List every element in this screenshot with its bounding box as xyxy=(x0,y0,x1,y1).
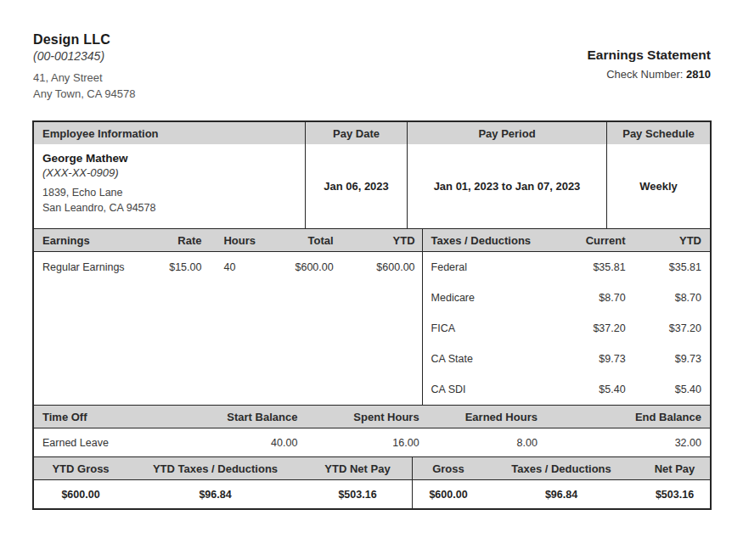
netpay-header: Net Pay xyxy=(639,462,711,475)
total-col-header: Total xyxy=(274,234,341,247)
summary-header-row: YTD Gross YTD Taxes / Deductions YTD Net… xyxy=(34,456,710,479)
company-address: 41, Any Street Any Town, CA 94578 xyxy=(33,70,135,103)
tax-row-name: CA SDI xyxy=(423,384,552,395)
earnings-statement-page: { "theme": { "header_gray": "#d4d4d4", "… xyxy=(0,0,743,560)
timeoff-header-row: Time Off Start Balance Spent Hours Earne… xyxy=(34,405,710,428)
end-balance-col-header: End Balance xyxy=(544,411,710,423)
taxes-pane: Taxes / Deductions Current YTD Federal $… xyxy=(422,229,710,405)
timeoff-row-start: 40.00 xyxy=(169,437,304,449)
tax-row-ytd: $9.73 xyxy=(633,353,710,365)
earnings-row-name: Regular Earnings xyxy=(34,261,131,273)
timeoff-row: Earned Leave 40.00 16.00 8.00 32.00 xyxy=(34,428,710,456)
earnings-pane: Earnings Rate Hours Total YTD Regular Ea… xyxy=(34,229,422,405)
tax-row: CA State $9.73 $9.73 xyxy=(423,344,710,374)
employee-address-line2: San Leandro, CA 94578 xyxy=(42,201,155,216)
current-col-header: Current xyxy=(552,234,633,247)
tax-row: CA SDI $5.40 $5.40 xyxy=(423,374,710,405)
summary-values-row: $600.00 $96.84 $503.16 $600.00 $96.84 $5… xyxy=(34,479,710,508)
tax-row-ytd: $5.40 xyxy=(633,384,710,395)
earnings-taxes-section: Earnings Rate Hours Total YTD Regular Ea… xyxy=(34,228,710,405)
rate-col-header: Rate xyxy=(131,234,208,247)
ytd-netpay-header: YTD Net Pay xyxy=(303,462,412,475)
info-header-row: Employee Information Pay Date Pay Period… xyxy=(34,122,710,144)
company-address-line2: Any Town, CA 94578 xyxy=(33,87,135,103)
company-block: Design LLC (00-0012345) 41, Any Street A… xyxy=(33,32,135,103)
pay-schedule-header: Pay Schedule xyxy=(606,122,710,144)
info-body-row: George Mathew (XXX-XX-0909) 1839, Echo L… xyxy=(34,144,710,228)
start-balance-col-header: Start Balance xyxy=(169,411,304,423)
pay-period-value: Jan 01, 2023 to Jan 07, 2023 xyxy=(407,144,606,228)
earnings-col-header: Earnings xyxy=(34,234,131,247)
timeoff-row-earned: 8.00 xyxy=(426,437,544,449)
company-name: Design LLC xyxy=(33,32,135,48)
earnings-row-ytd: $600.00 xyxy=(341,261,422,273)
tax-row-current: $35.81 xyxy=(552,261,633,273)
company-ein: (00-0012345) xyxy=(33,49,135,63)
taxes-ytd-col-header: YTD xyxy=(633,234,710,247)
tax-row-current: $5.40 xyxy=(552,384,633,395)
tax-row-name: Medicare xyxy=(423,292,552,304)
spent-hours-col-header: Spent Hours xyxy=(304,411,425,423)
ytd-gross-value: $600.00 xyxy=(34,489,127,501)
taxes-body: Federal $35.81 $35.81 Medicare $8.70 $8.… xyxy=(423,252,710,405)
tax-row-ytd: $8.70 xyxy=(633,292,710,304)
paystub-table: Employee Information Pay Date Pay Period… xyxy=(32,120,712,510)
pay-period-header: Pay Period xyxy=(407,122,606,144)
tax-row-name: Federal xyxy=(423,261,552,273)
timeoff-row-end: 32.00 xyxy=(544,437,710,449)
hours-col-header: Hours xyxy=(208,234,274,247)
earnings-row-hours: 40 xyxy=(208,261,274,273)
earnings-body: Regular Earnings $15.00 40 $600.00 $600.… xyxy=(34,252,422,405)
statement-title: Earnings Statement xyxy=(587,48,711,63)
employee-information-header: Employee Information xyxy=(34,122,305,144)
pay-date-header: Pay Date xyxy=(305,122,407,144)
tax-row-name: FICA xyxy=(423,322,552,334)
tax-row: Medicare $8.70 $8.70 xyxy=(423,283,710,313)
tax-row-current: $8.70 xyxy=(552,292,633,304)
tax-row-name: CA State xyxy=(423,353,552,365)
tax-row-current: $9.73 xyxy=(552,353,633,365)
employee-address-line1: 1839, Echo Lane xyxy=(42,186,155,201)
earnings-row-total: $600.00 xyxy=(274,261,341,273)
taxes-col-header: Taxes / Deductions xyxy=(423,234,552,247)
statement-block: Earnings Statement Check Number: 2810 xyxy=(587,48,711,81)
earnings-row: Regular Earnings $15.00 40 $600.00 $600.… xyxy=(34,252,422,283)
tax-row-ytd: $37.20 xyxy=(633,322,710,334)
tax-row-ytd: $35.81 xyxy=(633,261,710,273)
earnings-row-rate: $15.00 xyxy=(131,261,208,273)
employee-name: George Mathew xyxy=(42,152,128,165)
employee-address: 1839, Echo Lane San Leandro, CA 94578 xyxy=(42,186,155,216)
timeoff-col-header: Time Off xyxy=(34,411,169,423)
pay-schedule-value: Weekly xyxy=(606,144,710,228)
pay-date-value: Jan 06, 2023 xyxy=(305,144,407,228)
company-address-line1: 41, Any Street xyxy=(33,70,135,87)
check-number-label: Check Number: xyxy=(606,68,686,81)
earnings-ytd-col-header: YTD xyxy=(341,234,422,247)
ytd-taxes-header: YTD Taxes / Deductions xyxy=(127,462,303,475)
employee-ssn: (XXX-XX-0909) xyxy=(42,166,119,179)
taxes-deductions-header: Taxes / Deductions xyxy=(484,462,639,475)
ytd-taxes-value: $96.84 xyxy=(127,489,303,501)
taxes-deductions-value: $96.84 xyxy=(484,489,639,501)
netpay-value: $503.16 xyxy=(639,489,711,501)
check-number-line: Check Number: 2810 xyxy=(587,68,711,81)
earned-hours-col-header: Earned Hours xyxy=(426,411,544,423)
tax-row: Federal $35.81 $35.81 xyxy=(423,252,710,283)
employee-details: George Mathew (XXX-XX-0909) 1839, Echo L… xyxy=(34,144,305,228)
timeoff-row-spent: 16.00 xyxy=(304,437,425,449)
tax-row: FICA $37.20 $37.20 xyxy=(423,313,710,344)
ytd-gross-header: YTD Gross xyxy=(34,462,127,475)
timeoff-row-name: Earned Leave xyxy=(34,437,169,449)
taxes-header-row: Taxes / Deductions Current YTD xyxy=(423,229,710,252)
tax-row-current: $37.20 xyxy=(552,322,633,334)
gross-header: Gross xyxy=(412,457,484,479)
check-number-value: 2810 xyxy=(686,68,711,81)
gross-value: $600.00 xyxy=(412,480,484,508)
ytd-netpay-value: $503.16 xyxy=(303,489,412,501)
earnings-header-row: Earnings Rate Hours Total YTD xyxy=(34,229,422,252)
